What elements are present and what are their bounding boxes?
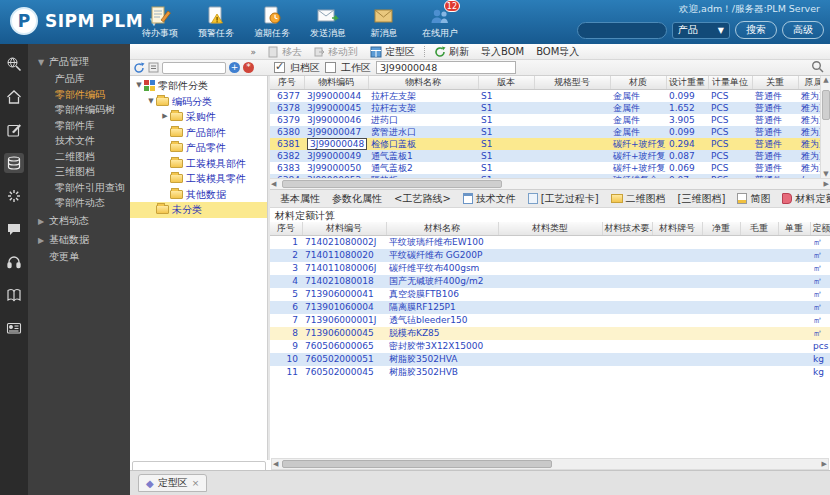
column-header[interactable]: 原属产品号 [798,76,820,90]
fixed-area-bottom-tab[interactable]: ◆ 定型区 × [138,474,207,492]
materials-table-row[interactable]: 10 760502000051 树脂胶3502HVA kg [270,353,830,366]
materials-table-row[interactable]: 5 713906000041 真空袋膜FTB106 ㎡ [270,288,830,301]
edit-icon[interactable] [4,120,24,140]
column-header[interactable]: 净重 [702,222,740,236]
sidebar-menu-item[interactable]: 二维图档 [28,149,130,165]
scroll-left-icon[interactable]: ◀ [271,180,276,188]
column-header[interactable]: 材料牌号 [652,222,702,236]
scroll-right-icon[interactable]: ▶ [824,180,829,188]
tab-parametric-properties[interactable]: 参数化属性 [326,191,388,207]
materials-table-row[interactable]: 1 714021080002J 平纹玻璃纤维布EW100 ㎡ [270,236,830,250]
parts-table-row[interactable]: 6377 3J99000044 拉杆左支架 S1 金属件 0.099 PCS 普… [270,90,820,103]
scroll-up-icon[interactable]: ▲ [821,76,830,84]
caret-down-icon[interactable]: ▼ [134,78,144,94]
sidebar-menu-item[interactable]: 零部件引用查询 [28,180,130,196]
send-message-button[interactable]: 发送消息 [300,3,356,40]
sidebar-menu-item[interactable]: 零部件编码树 [28,102,130,118]
archive-checkbox[interactable] [274,62,285,73]
column-header[interactable]: 物料编码 [304,76,368,90]
scroll-left-icon[interactable]: ◀ [273,460,278,468]
caret-right-icon[interactable]: ▶ [160,109,170,125]
caret-down-icon[interactable]: ▼ [146,94,156,110]
search-globe-icon[interactable] [4,54,24,74]
tree-refresh-icon[interactable] [133,62,145,74]
sidebar-group-product-mgmt[interactable]: ▼产品管理 [28,52,130,71]
tab-2d-drawings[interactable]: 二维图档 [605,191,672,207]
search-category-select[interactable]: 产品 ▼ [672,22,730,39]
parts-table-row[interactable]: 6379 3J99000046 进药口 S1 金属件 3.905 PCS 普通件… [270,114,820,126]
materials-table-row[interactable]: 6 713901060004 隔离膜RF125P1 ㎡ [270,301,830,314]
tree-node[interactable]: ▶ 采购件 [130,109,267,125]
scrollbar-thumb[interactable] [822,90,830,120]
tree-node[interactable]: 工装模具部件 [130,156,267,172]
tree-node[interactable]: 产品零件 [130,140,267,156]
tab-technical-documents[interactable]: 技术文件 [457,191,522,207]
column-header[interactable]: 单重 [778,222,810,236]
materials-table-row[interactable]: 7 713906000001J 透气毡bleeder150 ㎡ [270,314,830,327]
search-input[interactable] [577,22,667,39]
idcard-icon[interactable] [4,318,24,338]
column-header[interactable]: 计量单位 [708,76,752,90]
column-header[interactable]: 材料名称 [386,222,498,236]
parts-table-row[interactable]: 6383 3J99000050 通气盖板2 S1 碳纤+玻纤复... 0.069… [270,162,820,174]
materials-table-row[interactable]: 3 714011080006J 碳纤维平纹布400gsm ㎡ [270,262,830,275]
column-header[interactable]: 材料技术要... [602,222,652,236]
tree-node-unclassified[interactable]: 未分类 [130,202,267,218]
sidebar-menu-item[interactable]: 零部件库 [28,118,130,134]
column-header[interactable]: 序号 [270,76,304,90]
column-header[interactable]: 规格型号 [534,76,610,90]
database-icon[interactable] [4,153,24,173]
new-message-button[interactable]: 新消息 [356,3,412,40]
parts-table-row[interactable]: 6378 3J99000045 拉杆右支架 S1 金属件 1.652 PCS 普… [270,102,820,114]
workspace-checkbox[interactable] [325,62,336,73]
scrollbar-thumb[interactable] [282,180,502,188]
headset-icon[interactable] [4,252,24,272]
sidebar-menu-item[interactable]: 技术文件 [28,133,130,149]
materials-table-row[interactable]: 8 713906000045 脱模布KZ85 ㎡ [270,327,830,340]
scroll-down-icon[interactable]: ▼ [821,170,830,178]
column-header[interactable]: 物料名称 [368,76,478,90]
bom-import-button[interactable]: BOM导入 [530,45,585,59]
tree-filter-icon[interactable] [148,62,159,73]
parts-vertical-scrollbar[interactable]: ▲ ▼ [820,76,830,178]
overdue-tasks-button[interactable]: 逾期任务 [244,3,300,40]
sidebar-menu-item[interactable]: 零部件编码 [28,87,130,103]
tab-process-route[interactable]: <工艺路线> [388,191,457,207]
refresh-button[interactable]: 刷新 [428,45,475,59]
tree-star-icon[interactable]: * [243,62,254,73]
tree-node-root[interactable]: ▼ 零部件分类 [130,78,267,94]
scroll-right-icon[interactable]: ▶ [822,460,827,468]
book-icon[interactable] [4,285,24,305]
column-header[interactable]: 设计重量 [666,76,708,90]
advanced-search-button[interactable]: 高级 [782,21,824,39]
materials-table-row[interactable]: 2 714011080020 平纹碳纤维布 GG200P ㎡ [270,249,830,262]
scrollbar-thumb[interactable] [282,460,552,468]
table-search-icon[interactable] [811,60,824,75]
parts-table-row[interactable]: 6382 3J99000049 通气盖板1 S1 碳纤+玻纤复... 0.087… [270,150,820,162]
sidebar-item-change-order[interactable]: 变更单 [28,249,130,265]
column-header[interactable]: 序号 [270,222,302,236]
column-header[interactable]: 版本 [478,76,534,90]
column-header[interactable]: 材料编号 [302,222,386,236]
tab-sketch[interactable]: 简图 [731,191,776,207]
sidebar-menu-item[interactable]: 三维图档 [28,164,130,180]
tab-material-quota[interactable]: 材料定额 [776,191,830,207]
fixed-area-button[interactable]: 定型区 [364,45,421,59]
search-button[interactable]: 搜索 [735,21,777,39]
spinner-icon[interactable] [4,186,24,206]
sidebar-group-doc-dynamics[interactable]: ▶文档动态 [28,211,130,230]
tree-node[interactable]: 产品部件 [130,125,267,141]
materials-table-row[interactable]: 9 760506000065 密封胶带3X12X15000 pcs [270,340,830,353]
column-header[interactable]: 材料类型 [498,222,602,236]
tab-basic-properties[interactable]: 基本属性 [274,191,326,207]
tab-3d-drawings[interactable]: [三维图档] [672,191,732,207]
materials-table-row[interactable]: 4 714021080018 国产无碱玻纤400g/m2 ㎡ [270,275,830,288]
materials-horizontal-scrollbar[interactable]: ◀ ▶ [271,458,829,470]
warning-tasks-button[interactable]: 预警任务 [188,3,244,40]
collapse-chevron-icon[interactable]: » [250,47,256,57]
todo-button[interactable]: 待办事项 [132,3,188,40]
tree-add-icon[interactable]: + [229,62,240,73]
tree-search-input[interactable] [162,62,226,74]
move-to-button[interactable]: 移动到 [308,45,364,59]
remove-button[interactable]: 移去 [262,45,308,59]
